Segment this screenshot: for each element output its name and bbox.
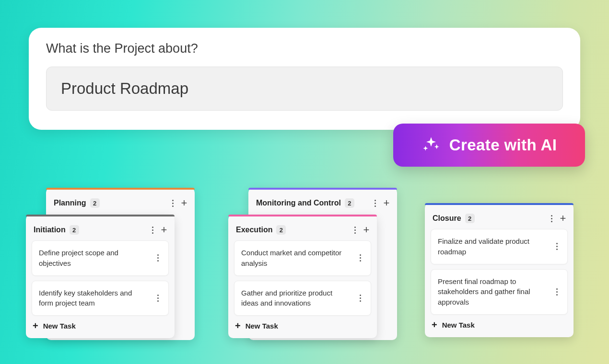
column-accent	[228, 215, 377, 216]
column-menu-button[interactable]	[369, 197, 381, 209]
kebab-icon	[152, 254, 164, 262]
task-menu-button[interactable]	[354, 292, 366, 304]
new-task-label: New Task	[246, 322, 278, 330]
new-task-label: New Task	[442, 321, 475, 329]
task-menu-button[interactable]	[551, 241, 562, 252]
new-task-button[interactable]: + New Task	[432, 319, 567, 330]
task-title: Identify key stakeholders and form proje…	[39, 288, 148, 309]
column-menu-button[interactable]	[546, 213, 557, 224]
column-add-button[interactable]: +	[381, 197, 392, 209]
task-card[interactable]: Gather and prioritize product ideas and …	[234, 281, 371, 316]
kanban-column-initiation: Initiation 2 + Define project scope and …	[26, 215, 175, 338]
kebab-icon	[551, 288, 562, 296]
column-title: Execution	[236, 226, 272, 234]
kebab-icon	[354, 254, 366, 262]
project-name-input[interactable]: Product Roadmap	[46, 67, 563, 111]
task-title: Gather and prioritize product ideas and …	[241, 288, 351, 309]
new-task-button[interactable]: + New Task	[33, 320, 168, 331]
column-accent	[425, 203, 574, 205]
kebab-icon	[354, 295, 366, 302]
column-title: Monitoring and Control	[256, 199, 341, 207]
column-count-badge: 2	[70, 225, 79, 235]
sparkle-icon	[422, 136, 441, 155]
column-menu-button[interactable]	[167, 197, 178, 209]
new-task-label: New Task	[43, 322, 76, 330]
column-title: Planning	[54, 199, 86, 207]
kebab-icon	[349, 227, 361, 234]
task-title: Finalize and validate product roadmap	[438, 236, 547, 257]
plus-icon: +	[432, 319, 437, 330]
task-card[interactable]: Conduct market and competitor analysis	[234, 240, 371, 276]
kebab-icon	[546, 215, 557, 222]
plus-icon: +	[33, 320, 38, 331]
column-menu-button[interactable]	[147, 224, 158, 236]
column-count-badge: 2	[465, 214, 475, 223]
task-card[interactable]: Present final roadmap to stakeholders an…	[431, 269, 568, 315]
task-menu-button[interactable]	[551, 286, 562, 297]
task-menu-button[interactable]	[354, 252, 366, 264]
kebab-icon	[152, 295, 164, 302]
kebab-icon	[551, 243, 562, 250]
task-card[interactable]: Finalize and validate product roadmap	[431, 229, 568, 264]
column-accent	[46, 188, 195, 190]
new-task-button[interactable]: + New Task	[235, 320, 370, 331]
task-title: Present final roadmap to stakeholders an…	[438, 276, 547, 307]
project-prompt-card: What is the Project about? Product Roadm…	[29, 28, 580, 130]
kebab-icon	[369, 200, 381, 207]
kanban-column-execution: Execution 2 + Conduct market and competi…	[228, 215, 377, 338]
create-with-ai-label: Create with AI	[449, 136, 557, 154]
column-accent	[26, 215, 175, 216]
task-title: Define project scope and objectives	[39, 248, 148, 269]
task-card[interactable]: Identify key stakeholders and form proje…	[32, 281, 169, 316]
column-accent	[248, 188, 397, 190]
column-add-button[interactable]: +	[178, 197, 190, 209]
kebab-icon	[147, 227, 158, 234]
create-with-ai-button[interactable]: Create with AI	[393, 124, 585, 167]
task-title: Conduct market and competitor analysis	[241, 248, 351, 269]
column-add-button[interactable]: +	[158, 224, 170, 236]
task-card[interactable]: Define project scope and objectives	[32, 240, 169, 276]
column-menu-button[interactable]	[349, 224, 361, 236]
column-add-button[interactable]: +	[557, 213, 569, 224]
kanban-column-closure: Closure 2 + Finalize and validate produc…	[425, 203, 574, 337]
column-title: Closure	[433, 214, 461, 223]
column-count-badge: 2	[276, 225, 286, 235]
kebab-icon	[167, 200, 178, 207]
column-count-badge: 2	[345, 198, 354, 208]
column-add-button[interactable]: +	[361, 224, 372, 236]
project-prompt-label: What is the Project about?	[46, 41, 563, 56]
task-menu-button[interactable]	[152, 292, 164, 304]
column-title: Initiation	[34, 226, 66, 234]
plus-icon: +	[235, 320, 241, 331]
column-count-badge: 2	[90, 198, 100, 208]
task-menu-button[interactable]	[152, 252, 164, 264]
